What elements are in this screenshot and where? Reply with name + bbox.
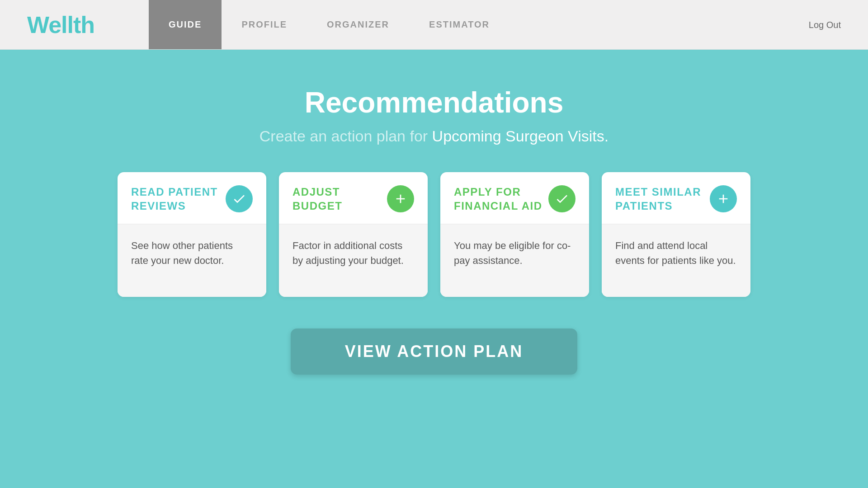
checkmark-icon-2 [555, 192, 569, 206]
card-apply-financial-aid[interactable]: APPLY FOR FINANCIAL AID You may be eligi… [440, 172, 589, 297]
card-read-patient-reviews[interactable]: READ PATIENT REVIEWS See how other patie… [118, 172, 266, 297]
card-icon-adjust-budget [387, 185, 414, 212]
tab-profile[interactable]: PROFILE [222, 0, 307, 49]
card-meet-similar-patients[interactable]: MEET SIMILAR PATIENTS Find and attend lo… [602, 172, 750, 297]
card-body-apply-financial-aid: You may be eligible for co-pay assistanc… [440, 225, 589, 297]
card-adjust-budget[interactable]: ADJUST BUDGET Factor in additional costs… [279, 172, 428, 297]
navbar: Wellth GUIDE PROFILE ORGANIZER ESTIMATOR… [0, 0, 868, 50]
tab-organizer[interactable]: ORGANIZER [307, 0, 409, 49]
recommendations-cards: READ PATIENT REVIEWS See how other patie… [118, 172, 750, 297]
card-body-adjust-budget: Factor in additional costs by adjusting … [279, 225, 428, 297]
card-header-apply-financial-aid: APPLY FOR FINANCIAL AID [440, 172, 589, 225]
logo: Wellth [27, 11, 94, 38]
logout-button[interactable]: Log Out [809, 19, 841, 30]
card-body-meet-similar-patients: Find and attend local events for patient… [602, 225, 750, 297]
plus-icon-2 [716, 192, 731, 206]
plus-icon [393, 192, 408, 206]
tab-guide[interactable]: GUIDE [149, 0, 222, 49]
card-icon-apply-financial-aid [548, 185, 576, 212]
page-title: Recommendations [305, 86, 564, 119]
main-content: Recommendations Create an action plan fo… [0, 50, 868, 488]
tab-estimator[interactable]: ESTIMATOR [409, 0, 509, 49]
card-icon-meet-similar-patients [710, 185, 737, 212]
checkmark-icon [232, 192, 246, 206]
card-title-read-patient-reviews: READ PATIENT REVIEWS [131, 185, 226, 213]
subtitle-highlight: Upcoming Surgeon Visits. [432, 127, 609, 145]
card-icon-read-patient-reviews [226, 185, 253, 212]
card-header-read-patient-reviews: READ PATIENT REVIEWS [118, 172, 266, 225]
card-title-meet-similar-patients: MEET SIMILAR PATIENTS [615, 185, 710, 213]
card-title-adjust-budget: ADJUST BUDGET [292, 185, 387, 213]
view-action-plan-button[interactable]: VIEW ACTION PLAN [291, 328, 578, 375]
card-body-read-patient-reviews: See how other patients rate your new doc… [118, 225, 266, 297]
page-subtitle: Create an action plan for Upcoming Surge… [259, 127, 609, 145]
subtitle-prefix: Create an action plan for [259, 127, 432, 145]
card-header-meet-similar-patients: MEET SIMILAR PATIENTS [602, 172, 750, 225]
card-title-apply-financial-aid: APPLY FOR FINANCIAL AID [454, 185, 548, 213]
nav-tabs: GUIDE PROFILE ORGANIZER ESTIMATOR [149, 0, 509, 49]
card-header-adjust-budget: ADJUST BUDGET [279, 172, 428, 225]
